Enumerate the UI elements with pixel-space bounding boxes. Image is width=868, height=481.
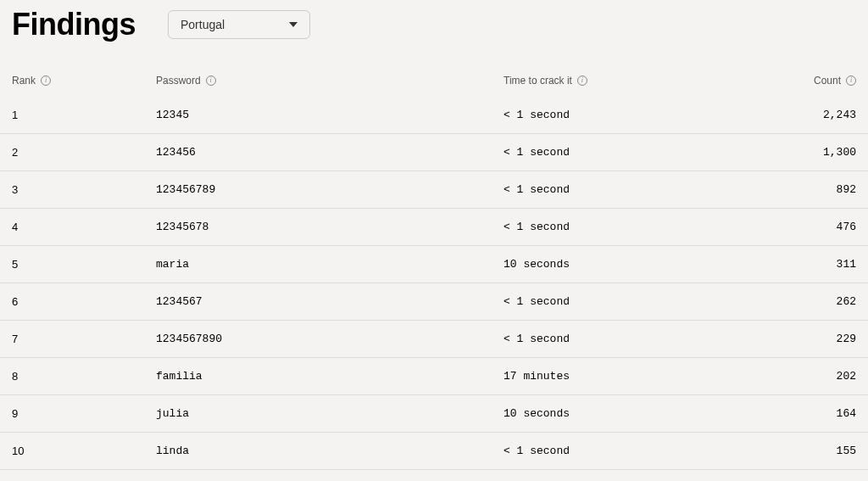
chevron-down-icon — [289, 22, 298, 27]
table-row: 10linda< 1 second155 — [0, 433, 868, 470]
header-rank-label: Rank — [12, 75, 36, 87]
cell-time: < 1 second — [504, 146, 780, 159]
cell-password: julia — [156, 407, 504, 420]
cell-rank: 6 — [12, 295, 156, 308]
table-row: 412345678< 1 second476 — [0, 209, 868, 246]
table-header-row: Rank i Password i Time to crack it i Cou… — [0, 59, 868, 97]
cell-rank: 8 — [12, 370, 156, 383]
cell-rank: 4 — [12, 221, 156, 233]
cell-time: < 1 second — [504, 109, 780, 121]
cell-password: linda — [156, 445, 504, 457]
cell-count: 2,243 — [780, 109, 856, 121]
cell-time: < 1 second — [504, 295, 780, 308]
cell-count: 311 — [780, 258, 856, 271]
cell-count: 476 — [780, 221, 856, 233]
cell-password: 123456 — [156, 146, 504, 159]
cell-time: < 1 second — [504, 445, 780, 457]
cell-count: 1,300 — [780, 146, 856, 159]
cell-rank: 10 — [12, 445, 156, 457]
page-title: Findings — [12, 7, 136, 42]
cell-time: < 1 second — [504, 183, 780, 196]
cell-count: 202 — [780, 370, 856, 383]
cell-rank: 3 — [12, 183, 156, 196]
header-count-label: Count — [814, 75, 841, 87]
table-row: 5maria10 seconds311 — [0, 246, 868, 283]
header-password: Password i — [156, 75, 504, 87]
cell-count: 262 — [780, 295, 856, 308]
info-icon[interactable]: i — [206, 76, 216, 86]
info-icon[interactable]: i — [577, 76, 587, 86]
cell-rank: 5 — [12, 258, 156, 271]
cell-rank: 7 — [12, 333, 156, 345]
cell-count: 155 — [780, 445, 856, 457]
cell-time: < 1 second — [504, 221, 780, 233]
cell-time: < 1 second — [504, 333, 780, 345]
cell-time: 10 seconds — [504, 407, 780, 420]
cell-rank: 2 — [12, 146, 156, 159]
table-body: 112345< 1 second2,2432123456< 1 second1,… — [0, 97, 868, 470]
cell-password: 1234567 — [156, 295, 504, 308]
cell-count: 164 — [780, 407, 856, 420]
table-row: 71234567890< 1 second229 — [0, 321, 868, 358]
table-row: 9julia10 seconds164 — [0, 395, 868, 433]
cell-count: 229 — [780, 333, 856, 345]
header-count: Count i — [780, 75, 856, 87]
header-rank: Rank i — [12, 75, 156, 87]
cell-rank: 9 — [12, 407, 156, 420]
info-icon[interactable]: i — [41, 76, 51, 86]
table-row: 61234567< 1 second262 — [0, 283, 868, 321]
cell-password: 1234567890 — [156, 333, 504, 345]
cell-password: maria — [156, 258, 504, 271]
header-time: Time to crack it i — [504, 75, 780, 87]
cell-password: familia — [156, 370, 504, 383]
cell-rank: 1 — [12, 109, 156, 121]
cell-time: 10 seconds — [504, 258, 780, 271]
table-row: 8familia17 minutes202 — [0, 358, 868, 395]
table-row: 2123456< 1 second1,300 — [0, 134, 868, 171]
page-header: Findings Portugal — [0, 0, 868, 59]
cell-time: 17 minutes — [504, 370, 780, 383]
cell-password: 12345678 — [156, 221, 504, 233]
cell-password: 123456789 — [156, 183, 504, 196]
table-row: 112345< 1 second2,243 — [0, 97, 868, 134]
cell-count: 892 — [780, 183, 856, 196]
cell-password: 12345 — [156, 109, 504, 121]
table-row: 3123456789< 1 second892 — [0, 171, 868, 209]
info-icon[interactable]: i — [846, 76, 856, 86]
country-dropdown-label: Portugal — [181, 18, 225, 31]
header-password-label: Password — [156, 75, 201, 87]
findings-table: Rank i Password i Time to crack it i Cou… — [0, 59, 868, 470]
country-dropdown[interactable]: Portugal — [168, 10, 310, 39]
header-time-label: Time to crack it — [504, 75, 572, 87]
